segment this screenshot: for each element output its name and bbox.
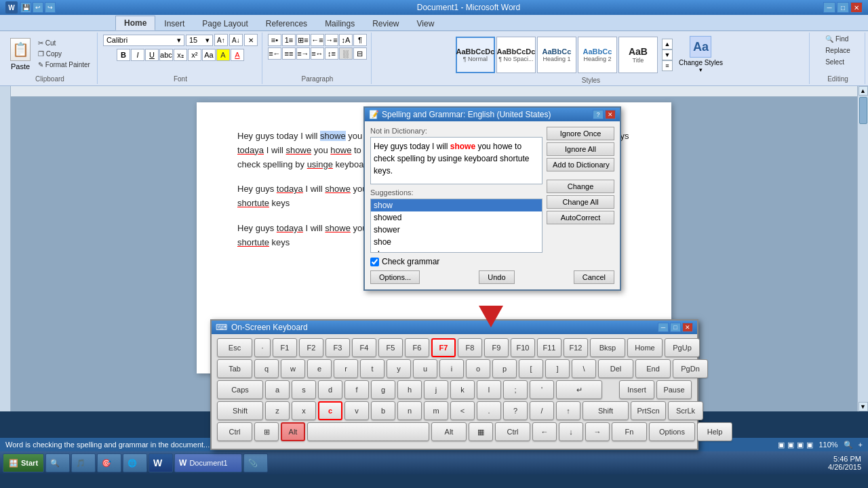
scroll-up-arrow[interactable]: ▲	[859, 86, 868, 96]
highlight-button[interactable]: A	[216, 49, 230, 61]
key-dot[interactable]: ·	[254, 338, 271, 357]
key-lshift[interactable]: Shift	[217, 401, 263, 420]
options-button[interactable]: Options...	[370, 270, 420, 284]
style-no-spacing[interactable]: AaBbCcDc ¶ No Spaci...	[496, 37, 536, 73]
key-slash2[interactable]: /	[530, 401, 554, 420]
multilevel-button[interactable]: ⊞≡	[296, 34, 310, 46]
key-f3[interactable]: F3	[326, 338, 350, 357]
key-enter[interactable]: ↵	[556, 380, 602, 399]
key-options[interactable]: Options	[649, 422, 695, 441]
autocorrect-button[interactable]: AutoCorrect	[547, 211, 614, 224]
key-w[interactable]: w	[281, 359, 305, 378]
styles-more[interactable]: ≡	[662, 60, 673, 71]
osk-minimize-button[interactable]: ─	[658, 323, 669, 332]
tab-review[interactable]: Review	[363, 16, 408, 30]
key-quote[interactable]: '	[530, 380, 554, 399]
tab-insert[interactable]: Insert	[155, 16, 193, 30]
justify-button[interactable]: ≡↔	[311, 47, 324, 60]
suggestion-shower[interactable]: shower	[371, 224, 542, 236]
key-caps[interactable]: Caps	[217, 380, 263, 399]
replace-button[interactable]: Replace	[823, 45, 853, 56]
key-down-arrow[interactable]: ↓	[559, 422, 583, 441]
key-backslash[interactable]: \	[572, 359, 596, 378]
clear-format-button[interactable]: ✕	[244, 34, 258, 46]
key-del[interactable]: Del	[598, 359, 633, 378]
key-z[interactable]: z	[265, 401, 290, 420]
borders-button[interactable]: ⊟	[353, 47, 367, 60]
key-c[interactable]: c	[318, 401, 342, 420]
key-f1[interactable]: F1	[273, 338, 297, 357]
scroll-down-arrow[interactable]: ▼	[859, 402, 868, 411]
select-button[interactable]: Select	[823, 57, 847, 67]
taskbar-paperclip[interactable]: 📎	[243, 453, 268, 472]
key-x[interactable]: x	[292, 401, 316, 420]
key-j[interactable]: j	[424, 380, 448, 399]
align-right-button[interactable]: ≡→	[296, 47, 310, 60]
key-rctrl[interactable]: Ctrl	[495, 422, 530, 441]
spell-help-button[interactable]: ?	[593, 110, 604, 119]
key-o[interactable]: o	[466, 359, 490, 378]
taskbar-browser[interactable]: 🌐	[123, 453, 147, 472]
key-scrlk[interactable]: ScrLk	[668, 401, 703, 420]
key-d[interactable]: d	[318, 380, 342, 399]
zoom-plus[interactable]: +	[859, 441, 863, 449]
key-f8[interactable]: F8	[458, 338, 482, 357]
key-k[interactable]: k	[450, 380, 475, 399]
key-semicolon[interactable]: ;	[503, 380, 528, 399]
style-heading2[interactable]: AaBbCc Heading 2	[578, 37, 617, 73]
suggestion-show[interactable]: show	[371, 199, 542, 211]
suggestion-shows[interactable]: shows	[371, 248, 542, 253]
key-f9[interactable]: F9	[484, 338, 509, 357]
key-b[interactable]: b	[371, 401, 395, 420]
key-right-arrow[interactable]: →	[585, 422, 610, 441]
decrease-indent-button[interactable]: ←≡	[311, 34, 324, 46]
change-case-button[interactable]: Aa	[202, 49, 216, 61]
tab-home[interactable]: Home	[115, 16, 155, 30]
style-heading1[interactable]: AaBbCc Heading 1	[537, 37, 576, 73]
key-f11[interactable]: F11	[537, 338, 561, 357]
key-pgup[interactable]: PgUp	[665, 338, 700, 357]
font-size-selector[interactable]: 15 ▾	[186, 35, 213, 46]
cancel-button[interactable]: Cancel	[574, 270, 614, 284]
key-p[interactable]: p	[492, 359, 517, 378]
key-e[interactable]: e	[307, 359, 332, 378]
quick-access-undo[interactable]: ↩	[33, 2, 43, 13]
check-grammar-checkbox[interactable]	[370, 258, 379, 266]
key-prtscn[interactable]: PrtScn	[631, 401, 666, 420]
key-r[interactable]: r	[334, 359, 358, 378]
key-period[interactable]: .	[477, 401, 501, 420]
vertical-scrollbar[interactable]: ▲ ▼	[857, 86, 868, 411]
spell-close-button[interactable]: ✕	[605, 110, 616, 119]
key-insert[interactable]: Insert	[619, 380, 654, 399]
scroll-thumb[interactable]	[859, 97, 867, 124]
font-color-button[interactable]: A	[231, 49, 244, 61]
key-lbracket[interactable]: [	[519, 359, 543, 378]
style-normal[interactable]: AaBbCcDc ¶ Normal	[456, 37, 495, 73]
style-title[interactable]: AaB Title	[618, 37, 658, 73]
key-up-arrow[interactable]: ↑	[556, 401, 580, 420]
taskbar-word-icon[interactable]: W	[149, 453, 173, 472]
key-left-arrow[interactable]: ←	[532, 422, 557, 441]
show-paragraph-button[interactable]: ¶	[353, 34, 367, 46]
key-g[interactable]: g	[371, 380, 395, 399]
line-spacing-button[interactable]: ↕≡	[325, 47, 338, 60]
font-grow-button[interactable]: A↑	[214, 34, 228, 46]
osk-close-button[interactable]: ✕	[682, 323, 693, 332]
key-lctrl[interactable]: Ctrl	[217, 422, 252, 441]
key-win[interactable]: ⊞	[254, 422, 279, 441]
tab-page-layout[interactable]: Page Layout	[193, 16, 256, 30]
key-backspace[interactable]: Bksp	[590, 338, 625, 357]
key-f7[interactable]: F7	[431, 338, 456, 357]
ignore-once-button[interactable]: Ignore Once	[547, 127, 614, 140]
key-f[interactable]: f	[344, 380, 369, 399]
underline-button[interactable]: U	[145, 49, 159, 61]
key-y[interactable]: y	[387, 359, 411, 378]
ignore-all-button[interactable]: Ignore All	[547, 142, 614, 156]
osk-maximize-button[interactable]: □	[670, 323, 681, 332]
key-f10[interactable]: F10	[511, 338, 535, 357]
format-painter-button[interactable]: ✎ Format Painter	[35, 60, 93, 70]
key-f2[interactable]: F2	[299, 338, 323, 357]
align-center-button[interactable]: ≡≡	[282, 47, 296, 60]
key-t[interactable]: t	[360, 359, 384, 378]
key-ralt[interactable]: Alt	[431, 422, 467, 441]
